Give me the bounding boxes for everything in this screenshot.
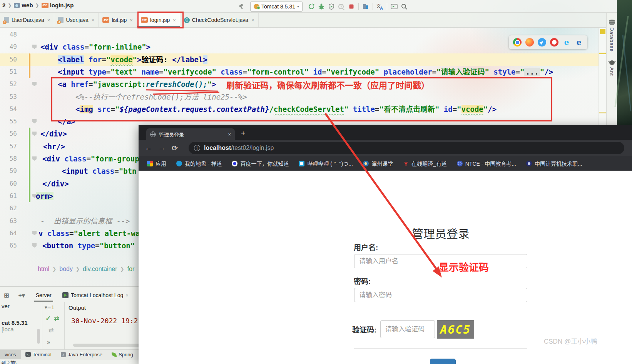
forward-icon: → <box>158 144 166 152</box>
code-token: class <box>64 155 86 163</box>
profiler-button <box>336 2 346 11</box>
tab-tomcat-localhost-log[interactable]: Tomcat Localhost Log × <box>57 289 134 302</box>
code-line-60: </div> <box>42 178 69 190</box>
fold-marker[interactable] <box>32 156 37 161</box>
code-token: <button <box>42 241 78 250</box>
code-token: class <box>92 167 114 175</box>
file-tab-list.jsp[interactable]: JSPlist.jsp× <box>99 13 137 27</box>
tool-window-tab-Java Enterprise[interactable]: JJava Enterprise <box>56 350 107 359</box>
tree-item-tomcat[interactable]: cat 8.5.31 [loca <box>0 319 42 333</box>
bookmark-item[interactable]: Y在线翻译_有道 <box>403 160 447 167</box>
fold-marker[interactable] <box>32 45 37 49</box>
site-info-icon[interactable]: i <box>194 145 200 151</box>
element-breadcrumb-item[interactable]: body <box>59 266 73 273</box>
fold-marker[interactable] <box>32 119 37 123</box>
fold-marker[interactable] <box>32 243 37 248</box>
bookmark-item[interactable]: NTCE - 中国教育考... <box>457 160 516 167</box>
edge-icon[interactable]: e <box>575 38 583 47</box>
password-input[interactable] <box>354 288 527 302</box>
server-tree[interactable]: ver cat 8.5.31 [loca <box>0 302 42 352</box>
add-tab-icon[interactable]: +▾ <box>13 292 30 299</box>
back-icon[interactable]: ← <box>145 144 152 152</box>
stop-button[interactable] <box>346 2 356 11</box>
tab-server[interactable]: Server <box>30 289 57 302</box>
breadcrumb-item[interactable]: login.jsp <box>50 2 74 8</box>
file-tab-CheckCodeServlet.java[interactable]: CCheckCodeServlet.java× <box>180 13 259 27</box>
bookmark-item[interactable]: 应用 <box>147 160 166 167</box>
code-token: "button" <box>100 241 139 250</box>
bookmark-item[interactable]: 百度一下，你就知道 <box>232 160 289 167</box>
layout-icon[interactable]: ⊞ <box>0 292 13 299</box>
breadcrumb-item[interactable]: 2 <box>2 2 5 8</box>
project-structure-icon[interactable] <box>361 2 371 11</box>
run-button[interactable] <box>306 2 316 11</box>
element-breadcrumb-item[interactable]: for <box>127 266 135 273</box>
tool-window-tab-Spring[interactable]: Spring <box>107 350 138 359</box>
tool-window-tab-Terminal[interactable]: >_Terminal <box>21 350 56 359</box>
safari-icon[interactable] <box>538 38 546 47</box>
fold-marker[interactable] <box>32 231 37 235</box>
tool-tab-database[interactable]: Database <box>609 27 615 52</box>
code-token: 验证码: <box>141 55 172 64</box>
element-breadcrumb-item[interactable]: html <box>38 266 49 273</box>
close-tab-icon[interactable]: × <box>251 17 254 23</box>
tool-window-tab-vices[interactable]: vices <box>0 350 21 359</box>
element-breadcrumb-item[interactable]: div.container <box>83 266 117 273</box>
run-configuration-select[interactable]: Tomcat 8.5.31 ▾ <box>250 2 303 12</box>
close-tab-icon[interactable]: × <box>130 17 133 23</box>
code-token: = <box>69 229 74 238</box>
bookmark-item[interactable]: 中国计算机技术职... <box>526 160 582 167</box>
build-hammer-icon[interactable] <box>236 2 246 11</box>
sort-icon[interactable]: ▾≣1 <box>43 302 64 312</box>
annotation-refresh-note: 刷新验证码，确保每次刷新都不一致（应用了时间戳） <box>226 78 430 91</box>
code-token: "form-inline" <box>89 43 146 51</box>
address-bar[interactable]: i localhost/test02/login.jsp <box>189 142 624 154</box>
firefox-icon[interactable] <box>525 38 534 47</box>
close-tab-icon[interactable]: × <box>47 17 50 23</box>
browser-tab[interactable]: 管理员登录 × <box>146 128 235 140</box>
file-tab-UserDao.java[interactable]: UserDao.java× <box>0 13 54 27</box>
run-anything-icon[interactable] <box>389 2 399 11</box>
close-tab-icon[interactable]: × <box>228 131 231 137</box>
more-icon[interactable]: » <box>43 336 64 348</box>
bookmark-item[interactable]: 我的地盘 - 禅道 <box>176 160 222 167</box>
bookmark-item[interactable]: 潭州课堂 <box>363 160 393 167</box>
java-enterprise-icon: J <box>61 352 66 357</box>
code-token: <div <box>40 43 62 51</box>
close-tab-icon[interactable]: × <box>92 17 95 23</box>
bookmark-item[interactable]: 哔哩哔哩 ( °- °)つ... <box>299 160 353 167</box>
login-button[interactable]: 登录 <box>430 359 456 364</box>
code-token: placeholder <box>384 68 432 76</box>
tool-tab-ant[interactable]: Ant <box>609 67 615 76</box>
jsp-file-icon: JSP <box>42 3 48 8</box>
code-token: <div <box>42 155 64 163</box>
tree-item[interactable]: ver <box>0 302 42 310</box>
fold-marker[interactable] <box>32 131 37 136</box>
coverage-button[interactable] <box>326 2 336 11</box>
element-breadcrumb[interactable]: html❯body❯div.container❯for <box>38 263 134 275</box>
ie-icon[interactable]: e <box>562 38 571 47</box>
rerun-icon[interactable]: ⇄ <box>54 315 59 322</box>
code-line-63: - 出错显示的信息框 --> <box>40 215 130 227</box>
reload-icon[interactable]: ⟳ <box>172 144 178 153</box>
captcha-image[interactable]: A6C5 <box>437 320 474 339</box>
vcode-input[interactable] <box>380 320 435 338</box>
code-token: class <box>62 43 84 51</box>
breadcrumb-item[interactable]: web <box>22 2 33 8</box>
fold-marker[interactable] <box>32 82 37 86</box>
scrollbar[interactable] <box>37 329 40 344</box>
horizontal-scrollbar[interactable] <box>73 344 145 347</box>
chevron-down-icon: ▾ <box>297 4 299 8</box>
new-tab-button[interactable]: + <box>241 129 246 138</box>
line-number: 65 <box>2 239 17 252</box>
opera-icon[interactable] <box>550 38 558 47</box>
translate-icon[interactable]: 文A <box>375 2 385 11</box>
file-tab-User.java[interactable]: User.java× <box>54 13 99 27</box>
search-everywhere-icon[interactable] <box>399 2 409 11</box>
line-number: 58 <box>2 153 17 165</box>
chrome-icon[interactable] <box>513 38 522 47</box>
code-token: <input <box>58 68 89 76</box>
close-icon[interactable]: × <box>125 293 129 298</box>
debug-button[interactable] <box>316 2 326 11</box>
code-token: " <box>247 68 251 76</box>
